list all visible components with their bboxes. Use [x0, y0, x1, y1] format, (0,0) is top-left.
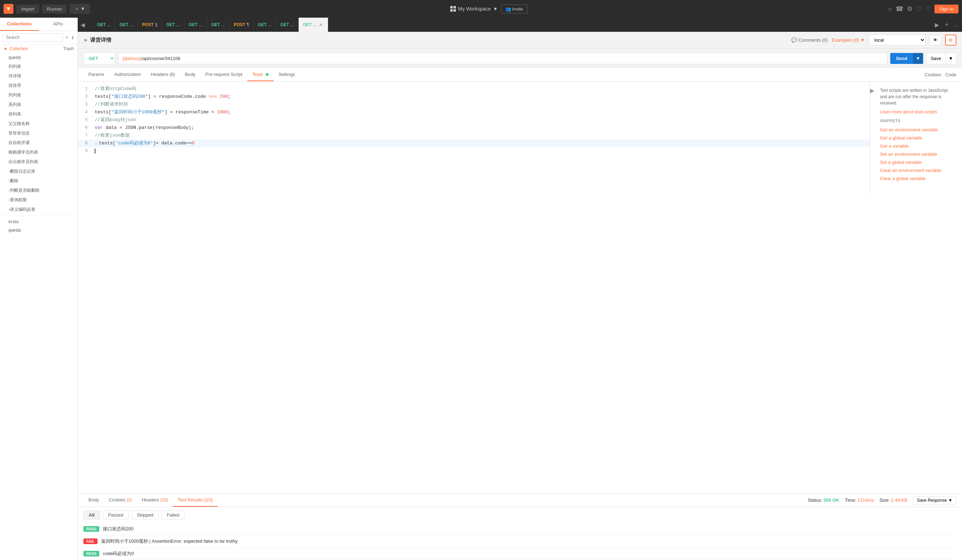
- snippet-clear-env-var[interactable]: Clear an environment variable: [880, 166, 956, 174]
- sidebar-item-del-log[interactable]: -删除日志记录: [0, 167, 77, 176]
- cookies-link[interactable]: Cookies: [925, 72, 941, 77]
- runner-button[interactable]: Runner: [42, 5, 67, 13]
- tab-get-7[interactable]: GET ...: [276, 18, 299, 32]
- settings-icon[interactable]: ⚙: [907, 5, 912, 13]
- tab-get-3[interactable]: GET ...: [162, 18, 184, 32]
- tab-add-button[interactable]: +: [942, 21, 951, 29]
- logo-button[interactable]: ▼: [3, 4, 13, 14]
- tab-prev-button[interactable]: ◀: [78, 18, 88, 32]
- filter-passed-button[interactable]: Passed: [103, 510, 129, 520]
- sidebar-item-quests1[interactable]: quests: [0, 53, 77, 62]
- environment-selector[interactable]: local: [869, 35, 926, 45]
- collections-tab[interactable]: Collections: [0, 18, 39, 31]
- new-collection-button[interactable]: ＋: [65, 34, 69, 40]
- import-collection-button[interactable]: ⇓: [71, 35, 74, 40]
- resp-tab-test-results[interactable]: Test Results (2/3): [173, 494, 218, 507]
- comments-button[interactable]: 💬 Comments (0): [791, 37, 827, 43]
- search-input[interactable]: [3, 33, 63, 42]
- resp-tab-cookies[interactable]: Cookies (2): [104, 494, 137, 507]
- snippet-clear-global-var[interactable]: Clear a global variable: [880, 174, 956, 183]
- sidebar-item-list1[interactable]: 列列表: [0, 62, 77, 71]
- invite-button[interactable]: 👥 Invite: [501, 5, 528, 13]
- env-settings-button[interactable]: ⚙: [945, 35, 956, 45]
- content: ◀ .. GET ... GET ... POST § GET ...: [78, 18, 962, 560]
- tab-tests[interactable]: Tests: [247, 68, 274, 81]
- new-button[interactable]: ＋ ▼: [69, 4, 90, 14]
- sidebar-item-quests2[interactable]: quests: [0, 226, 77, 235]
- sidebar-item-login[interactable]: 登登录信息: [0, 129, 77, 138]
- tab-more-button[interactable]: …: [951, 22, 962, 27]
- resp-tab-body[interactable]: Body: [83, 494, 104, 507]
- sidebar-item-list3[interactable]: 系列表: [0, 100, 77, 109]
- snippet-set-global-var[interactable]: Set a global variable: [880, 158, 956, 166]
- tab-body[interactable]: Body: [180, 68, 200, 81]
- send-button[interactable]: Send: [890, 53, 913, 64]
- save-response-button[interactable]: Save Response ▼: [913, 496, 956, 505]
- signin-button[interactable]: Sign In: [935, 5, 959, 13]
- filter-all-button[interactable]: All: [83, 510, 100, 520]
- import-button[interactable]: Import: [16, 5, 39, 13]
- save-button[interactable]: Save: [926, 53, 946, 64]
- snippet-get-var[interactable]: Get a variable: [880, 142, 956, 150]
- sync-icon[interactable]: ○: [888, 5, 892, 13]
- env-eye-button[interactable]: 👁: [930, 35, 941, 45]
- examples-button[interactable]: Examples (0) ▼: [832, 37, 865, 43]
- request-title: ► 课货详情: [83, 37, 111, 43]
- collection-header[interactable]: ★ Collection Trash: [0, 44, 77, 53]
- apis-tab[interactable]: APIs: [39, 18, 78, 31]
- sidebar-item-detail1[interactable]: 详详情: [0, 71, 77, 81]
- tab-close-button[interactable]: ✕: [318, 22, 324, 27]
- tab-prerequest[interactable]: Pre-request Script: [200, 68, 247, 81]
- headset-icon[interactable]: ☎: [896, 5, 903, 13]
- tab-get-1[interactable]: GET ...: [93, 18, 116, 32]
- save-button-group: Save ▼: [926, 53, 956, 64]
- notifications-icon[interactable]: ♡: [916, 5, 922, 13]
- snippet-get-global-var[interactable]: Get a global variable: [880, 134, 956, 142]
- code-editor[interactable]: 1 //查看httpCode码 2 tests["接口状态码200"] = re…: [78, 82, 870, 195]
- trash-button[interactable]: Trash: [63, 46, 74, 51]
- tab-headers[interactable]: Headers (8): [146, 68, 180, 81]
- sidebar-item-sell-list[interactable]: 出出购学员列表: [0, 157, 77, 167]
- heart-icon[interactable]: ♡: [925, 5, 931, 13]
- sidebar-item-code[interactable]: -讲义编码反查: [0, 205, 77, 214]
- snippet-set-env-var[interactable]: Set an environment variable: [880, 150, 956, 158]
- tab-post-2[interactable]: POST ¶: [229, 18, 253, 32]
- tab-authorization[interactable]: Authorization: [109, 68, 146, 81]
- sidebar-item-buy-list[interactable]: 购购课学员列表: [0, 148, 77, 157]
- resp-tab-headers[interactable]: Headers (10): [137, 494, 173, 507]
- sidebar-item-name[interactable]: 父父级名称: [0, 119, 77, 129]
- method-selector[interactable]: GET: [83, 52, 115, 64]
- sidebar-item-list4[interactable]: 排列表: [0, 109, 77, 119]
- url-display[interactable]: {{kehuo}}/api/course/341106: [118, 53, 888, 64]
- code-link[interactable]: Code: [945, 72, 956, 77]
- code-line-7: 7 //检查json数据: [78, 132, 870, 140]
- tab-get-6[interactable]: GET ...: [254, 18, 276, 32]
- sidebar-item-can-del[interactable]: -判断是否能删除: [0, 186, 77, 195]
- tab-params[interactable]: Params: [83, 68, 109, 81]
- invite-icon: 👥: [505, 6, 511, 12]
- tab-get-5[interactable]: GET ...: [207, 18, 230, 32]
- snippets-toggle-button[interactable]: ▶: [870, 87, 874, 94]
- tab-get-active[interactable]: GET ... ✕: [299, 18, 328, 32]
- send-dropdown-button[interactable]: ▼: [913, 53, 923, 64]
- tab-label-3: §: [155, 22, 158, 27]
- filter-skipped-button[interactable]: Skipped: [131, 510, 159, 520]
- filter-failed-button[interactable]: Failed: [161, 510, 184, 520]
- sidebar-item-list2[interactable]: 列列表: [0, 90, 77, 100]
- sidebar-item-auth[interactable]: -查询权限: [0, 195, 77, 205]
- tab-get-2[interactable]: GET ...: [115, 18, 138, 32]
- tab-method-1: GET: [97, 22, 106, 27]
- sidebar-item-open[interactable]: 自自助开课: [0, 138, 77, 148]
- tab-get-4[interactable]: GET ...: [184, 18, 207, 32]
- snippets-link[interactable]: Learn more about tests scripts: [880, 109, 937, 114]
- sidebar-item-in-tss[interactable]: in-tss: [0, 217, 77, 226]
- save-dropdown-button[interactable]: ▼: [946, 53, 956, 64]
- sidebar-item-sort[interactable]: 排排序: [0, 81, 77, 90]
- snippet-get-env-var[interactable]: Get an environment variable: [880, 126, 956, 134]
- expand-icon[interactable]: ►: [83, 37, 89, 43]
- tab-post-1[interactable]: POST §: [138, 18, 162, 32]
- workspace-button[interactable]: My Workspace ▼: [450, 6, 498, 12]
- tab-settings[interactable]: Settings: [274, 68, 300, 81]
- tab-next-button[interactable]: ▶: [932, 18, 942, 32]
- sidebar-item-del[interactable]: -删除: [0, 176, 77, 186]
